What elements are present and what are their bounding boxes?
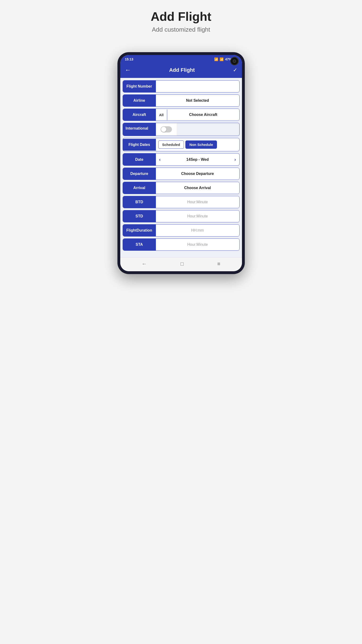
camera-notch xyxy=(230,57,239,66)
aircraft-value[interactable]: All Choose Aircraft xyxy=(156,109,239,121)
airline-row[interactable]: Airline Not Selected xyxy=(123,94,240,107)
flight-number-row: Flight Number xyxy=(123,80,240,92)
choose-departure-text: Choose Departure xyxy=(181,172,214,176)
flight-duration-value[interactable]: HH:mm xyxy=(156,224,239,236)
choose-arrival-text: Choose Arrival xyxy=(184,186,211,190)
phone-screen: 15:13 📶 📶 47% 🔋 ← Add Flight ✓ Flight Nu… xyxy=(120,55,242,271)
std-time-text: Hour:Minute xyxy=(187,214,208,218)
departure-value[interactable]: Choose Departure xyxy=(156,168,239,180)
flight-duration-row[interactable]: FlightDuration HH:mm xyxy=(123,224,240,236)
flight-dates-row: Flight Dates Scheduled Non Schedule xyxy=(123,138,240,151)
flight-number-input[interactable] xyxy=(159,84,237,88)
flight-number-value[interactable] xyxy=(156,80,239,92)
form-content: Flight Number Airline Not Selected Aircr… xyxy=(120,78,242,257)
page-subtitle: Add customized flight xyxy=(151,26,211,33)
nav-menu-icon[interactable]: ≡ xyxy=(217,261,220,267)
international-inner: International xyxy=(123,123,239,136)
airline-label: Airline xyxy=(123,95,156,106)
btd-label: BTD xyxy=(123,196,156,208)
btd-row[interactable]: BTD Hour:Minute xyxy=(123,196,240,208)
sta-time-text: Hour:Minute xyxy=(187,242,208,247)
btd-value[interactable]: Hour:Minute xyxy=(156,196,239,208)
date-label: Date xyxy=(123,154,156,166)
choose-aircraft-button[interactable]: Choose Aircraft xyxy=(167,109,239,120)
app-header-title: Add Flight xyxy=(169,67,195,73)
airline-value[interactable]: Not Selected xyxy=(156,95,239,106)
arrival-row[interactable]: Arrival Choose Arrival xyxy=(123,182,240,194)
date-next-button[interactable]: › xyxy=(234,157,236,162)
page-header: Add Flight Add customized flight xyxy=(151,10,211,33)
international-label: International xyxy=(123,123,156,136)
aircraft-label: Aircraft xyxy=(123,109,156,121)
non-schedule-button[interactable]: Non Schedule xyxy=(185,140,217,149)
sta-row[interactable]: STA Hour:Minute xyxy=(123,238,240,251)
std-label: STD xyxy=(123,210,156,222)
date-row: Date ‹ 14Sep - Wed › xyxy=(123,153,240,166)
btd-time-text: Hour:Minute xyxy=(187,200,208,204)
std-value[interactable]: Hour:Minute xyxy=(156,210,239,222)
sta-value[interactable]: Hour:Minute xyxy=(156,239,239,250)
date-nav: ‹ 14Sep - Wed › xyxy=(156,154,239,166)
wifi-icon: 📶 xyxy=(214,57,218,61)
departure-row[interactable]: Departure Choose Departure xyxy=(123,168,240,180)
status-bar: 15:13 📶 📶 47% 🔋 xyxy=(120,55,242,63)
schedule-buttons: Scheduled Non Schedule xyxy=(156,138,239,151)
confirm-button[interactable]: ✓ xyxy=(233,67,237,73)
international-toggle[interactable] xyxy=(161,126,172,132)
std-row[interactable]: STD Hour:Minute xyxy=(123,210,240,222)
phone-frame: 15:13 📶 📶 47% 🔋 ← Add Flight ✓ Flight Nu… xyxy=(117,52,245,274)
date-value: 14Sep - Wed xyxy=(186,158,209,162)
flight-duration-label: FlightDuration xyxy=(123,224,156,236)
back-button[interactable]: ← xyxy=(125,66,131,74)
aircraft-all-tag: All xyxy=(156,110,167,120)
signal-icon: 📶 xyxy=(220,57,224,61)
nav-home-icon[interactable]: □ xyxy=(180,261,183,267)
international-row: International xyxy=(123,123,240,136)
bottom-nav: ← □ ≡ xyxy=(120,257,242,271)
airline-not-selected: Not Selected xyxy=(186,98,209,103)
camera-inner xyxy=(233,60,236,63)
date-prev-button[interactable]: ‹ xyxy=(159,157,161,162)
status-time: 15:13 xyxy=(125,57,133,61)
flight-dates-label: Flight Dates xyxy=(123,139,156,150)
toggle-knob xyxy=(161,127,166,132)
arrival-value[interactable]: Choose Arrival xyxy=(156,182,239,194)
scheduled-button[interactable]: Scheduled xyxy=(158,140,184,149)
nav-back-icon[interactable]: ← xyxy=(142,261,147,267)
departure-label: Departure xyxy=(123,168,156,180)
sta-label: STA xyxy=(123,239,156,250)
international-toggle-area[interactable] xyxy=(156,123,177,136)
flight-duration-text: HH:mm xyxy=(191,228,204,232)
aircraft-row[interactable]: Aircraft All Choose Aircraft xyxy=(123,108,240,121)
flight-number-label: Flight Number xyxy=(123,80,156,92)
arrival-label: Arrival xyxy=(123,182,156,194)
app-header: ← Add Flight ✓ xyxy=(120,63,242,78)
page-title: Add Flight xyxy=(151,10,211,24)
